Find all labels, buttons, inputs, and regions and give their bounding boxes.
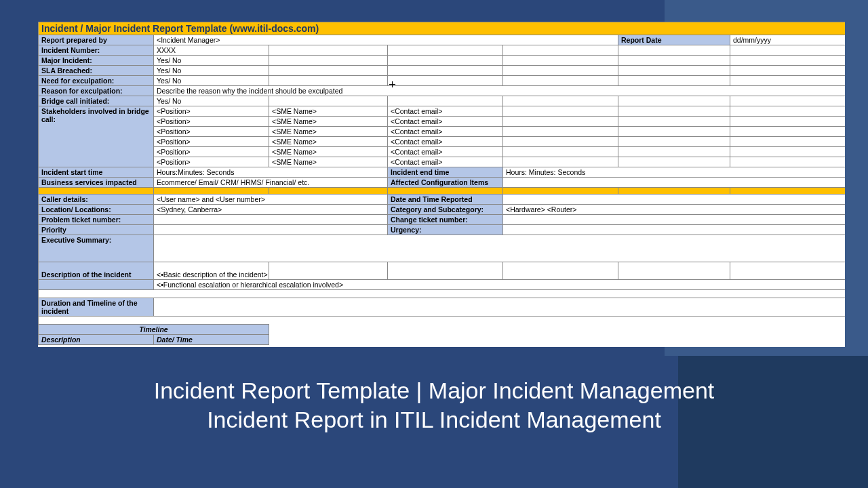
label-executive-summary: Executive Summary: — [39, 235, 154, 262]
val-prepared-by[interactable]: <Incident Manager> — [154, 35, 618, 45]
label-business-services: Business services impacted — [39, 178, 154, 188]
label-urgency: Urgency: — [388, 225, 503, 235]
stake-sme[interactable]: <SME Name> — [269, 106, 388, 117]
val-description[interactable]: <•Basic description of the incident> — [154, 262, 269, 280]
val-incident-number[interactable]: XXXX — [154, 45, 269, 56]
val-report-date[interactable]: dd/mm/yyyy — [730, 35, 846, 45]
title-cell: Incident / Major Incident Report Templat… — [39, 22, 846, 35]
label-tl-datetime: Date/ Time — [154, 335, 269, 345]
timeline-header: Timeline — [39, 325, 269, 335]
label-stakeholders: Stakeholders involved in bridge call: — [39, 106, 154, 167]
label-incident-number: Incident Number: — [39, 45, 154, 56]
stake-pos[interactable]: <Position> — [154, 106, 269, 117]
label-priority: Priority — [39, 225, 154, 235]
caption-line1: Incident Report Template | Major Inciden… — [0, 376, 868, 405]
label-caller-details: Caller details: — [39, 195, 154, 205]
label-duration-timeline: Duration and Timeline of the incident — [39, 298, 154, 317]
label-description: Description of the incident — [39, 262, 154, 280]
label-tl-description: Description — [39, 335, 154, 345]
val-sla-breached[interactable]: Yes/ No — [154, 66, 269, 76]
val-end-time[interactable]: Hours: Minutes: Seconds — [503, 167, 846, 178]
label-prepared-by: Report prepared by — [39, 35, 154, 45]
label-report-date: Report Date — [618, 35, 730, 45]
label-change-ticket: Change ticket number: — [388, 215, 503, 225]
val-locations[interactable]: <Sydney, Canberra> — [154, 205, 388, 215]
label-category: Category and Subcategory: — [388, 205, 503, 215]
label-major-incident: Major Incident: — [39, 56, 154, 66]
label-need-exculpation: Need for exculpation: — [39, 76, 154, 86]
label-bridge-call: Bridge call initiated: — [39, 96, 154, 106]
label-problem-ticket: Problem ticket number: — [39, 215, 154, 225]
val-need-exculpation[interactable]: Yes/ No — [154, 76, 269, 86]
label-sla-breached: SLA Breached: — [39, 66, 154, 76]
label-locations: Location/ Locations: — [39, 205, 154, 215]
slide-caption: Incident Report Template | Major Inciden… — [0, 376, 868, 434]
val-reason-exculpation[interactable]: Describe the reason why the incident sho… — [154, 86, 846, 96]
val-major-incident[interactable]: Yes/ No — [154, 56, 269, 66]
spreadsheet-template: Incident / Major Incident Report Templat… — [38, 22, 845, 347]
incident-table: Incident / Major Incident Report Templat… — [38, 22, 845, 345]
val-business-services[interactable]: Ecommerce/ Email/ CRM/ HRMS/ Financial/ … — [154, 178, 388, 188]
val-start-time[interactable]: Hours:Minutes: Seconds — [154, 167, 388, 178]
val-description2[interactable]: <•Functional escalation or hierarchical … — [154, 280, 846, 290]
label-date-time-reported: Date and Time Reported — [388, 195, 503, 205]
stake-email[interactable]: <Contact email> — [388, 106, 503, 117]
label-end-time: Incident end time — [388, 167, 503, 178]
val-caller-details[interactable]: <User name> and <User number> — [154, 195, 388, 205]
val-executive-summary[interactable] — [154, 235, 846, 262]
val-bridge-call[interactable]: Yes/ No — [154, 96, 269, 106]
val-category[interactable]: <Hardware> <Router> — [503, 205, 846, 215]
label-start-time: Incident start time — [39, 167, 154, 178]
label-affected-ci: Affected Configuration Items — [388, 178, 503, 188]
label-reason-exculpation: Reason for exculpation: — [39, 86, 154, 96]
caption-line2: Incident Report in ITIL Incident Managem… — [0, 405, 868, 434]
